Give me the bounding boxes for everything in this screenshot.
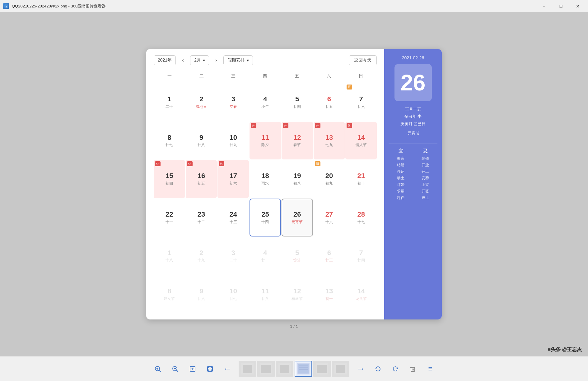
cal-cell-8[interactable]: 9廿八 xyxy=(186,122,217,160)
day-number: 6 xyxy=(327,95,331,103)
cal-cell-23[interactable]: 24十三 xyxy=(217,199,249,236)
cal-cell-16[interactable]: 休17初六 xyxy=(217,160,249,198)
thumb-6[interactable] xyxy=(332,361,349,377)
thumb-2[interactable] xyxy=(257,361,275,377)
cal-cell-10[interactable]: 休11除夕 xyxy=(250,122,281,160)
cal-cell-2[interactable]: 3立春 xyxy=(217,83,249,121)
cal-cell-0[interactable]: 1二十 xyxy=(154,83,185,121)
zoom-in-button[interactable] xyxy=(152,363,164,375)
cal-cell-4[interactable]: 5廿四 xyxy=(282,83,313,121)
minimize-button[interactable]: － xyxy=(537,2,551,11)
delete-button[interactable] xyxy=(407,363,419,375)
yi-item: 赴任 xyxy=(397,195,404,200)
menu-button[interactable]: ≡ xyxy=(424,363,436,375)
cal-cell-6[interactable]: 班7廿六 xyxy=(345,83,377,121)
close-button[interactable]: ✕ xyxy=(571,2,585,11)
thumb-5[interactable] xyxy=(313,361,331,377)
day-number: 24 xyxy=(230,210,237,218)
cal-cell-41[interactable]: 14龙头节 xyxy=(345,275,377,313)
cal-cell-3[interactable]: 4小年 xyxy=(250,83,281,121)
yi-item: 求嗣 xyxy=(397,189,404,194)
cal-cell-15[interactable]: 休16初五 xyxy=(186,160,217,198)
holiday-dropdown[interactable]: 假期安排 ▾ xyxy=(223,55,253,65)
rotate-right-button[interactable] xyxy=(389,363,402,375)
cal-cell-37[interactable]: 10廿七 xyxy=(217,275,249,313)
fullscreen-button[interactable] xyxy=(204,363,216,375)
maximize-button[interactable]: □ xyxy=(554,2,568,11)
cal-cell-12[interactable]: 休13七九 xyxy=(314,122,345,160)
day-sub-text: 小年 xyxy=(261,104,269,109)
cal-cell-38[interactable]: 11廿八 xyxy=(250,275,281,313)
cal-cell-17[interactable]: 18雨水 xyxy=(250,160,281,198)
cal-cell-18[interactable]: 19初八 xyxy=(282,160,313,198)
badge-xiu: 休 xyxy=(219,161,224,166)
weekday-sun: 日 xyxy=(345,71,377,81)
ji-items-list: 装修开业开工安葬上梁开张破土 xyxy=(413,156,438,200)
cal-cell-21[interactable]: 22十一 xyxy=(154,199,185,236)
svg-rect-14 xyxy=(243,365,252,373)
badge-xiu: 休 xyxy=(155,161,161,166)
thumb-1[interactable] xyxy=(239,361,256,377)
cal-cell-20[interactable]: 21初十 xyxy=(345,160,377,198)
cal-cell-30[interactable]: 3二十 xyxy=(217,237,249,275)
weekday-mon: 一 xyxy=(154,71,185,81)
day-number: 4 xyxy=(263,95,267,103)
zoom-out-button[interactable] xyxy=(169,363,181,375)
cal-cell-22[interactable]: 23十二 xyxy=(186,199,217,236)
return-today-button[interactable]: 返回今天 xyxy=(349,55,377,65)
year-dropdown[interactable]: 2021年 xyxy=(154,55,176,65)
cal-cell-33[interactable]: 6廿三 xyxy=(314,237,345,275)
thumb-4-active[interactable] xyxy=(295,361,312,377)
day-number: 15 xyxy=(166,172,173,180)
fit-window-button[interactable] xyxy=(186,363,199,375)
cal-cell-13[interactable]: 休14情人节 xyxy=(345,122,377,160)
cal-cell-5[interactable]: 6廿五 xyxy=(314,83,345,121)
rotate-left-button[interactable] xyxy=(372,363,384,375)
next-image-button[interactable]: → xyxy=(354,363,367,375)
cal-cell-26[interactable]: 27十六 xyxy=(314,199,345,236)
cal-cell-9[interactable]: 10廿九 xyxy=(217,122,249,160)
cal-cell-14[interactable]: 休15初四 xyxy=(154,160,185,198)
lunar-line1: 正月十五 xyxy=(400,106,426,113)
cal-cell-25[interactable]: 26元宵节 xyxy=(282,199,313,236)
holiday-label: 假期安排 xyxy=(227,57,245,63)
cal-cell-29[interactable]: 2十九 xyxy=(186,237,217,275)
day-sub-text: 元宵节 xyxy=(292,219,303,225)
cal-cell-40[interactable]: 13初一 xyxy=(314,275,345,313)
cal-cell-24[interactable]: 25十四 xyxy=(250,199,281,236)
cal-cell-19[interactable]: 班20初九 xyxy=(314,160,345,198)
cal-cell-28[interactable]: 1十八 xyxy=(154,237,185,275)
cal-cell-7[interactable]: 8廿七 xyxy=(154,122,185,160)
day-sub-text: 惊蛰 xyxy=(293,258,301,263)
day-sub-text: 初四 xyxy=(166,181,173,186)
next-month-button[interactable]: › xyxy=(212,56,221,65)
cal-cell-34[interactable]: 7廿四 xyxy=(345,237,377,275)
yi-item: 搬家 xyxy=(397,156,404,161)
cal-cell-39[interactable]: 12植树节 xyxy=(282,275,313,313)
day-sub-text: 初九 xyxy=(325,181,333,186)
svg-line-8 xyxy=(176,370,178,372)
month-dropdown[interactable]: 2月 ▾ xyxy=(190,55,209,65)
day-sub-text: 廿八 xyxy=(198,142,205,148)
badge-xiu: 休 xyxy=(283,123,288,128)
cal-cell-11[interactable]: 休12春节 xyxy=(282,122,313,160)
prev-month-button[interactable]: ‹ xyxy=(178,56,188,65)
day-sub-text: 廿七 xyxy=(166,142,173,148)
cal-cell-31[interactable]: 4廿一 xyxy=(250,237,281,275)
cal-cell-32[interactable]: 5惊蛰 xyxy=(282,237,313,275)
cal-cell-35[interactable]: 8妇女节 xyxy=(154,275,185,313)
cal-cell-27[interactable]: 28十七 xyxy=(345,199,377,236)
badge-xiu: 休 xyxy=(315,123,320,128)
cal-cell-36[interactable]: 9廿六 xyxy=(186,275,217,313)
app-window: 3 QQ20210225-202420@2x.png - 360压缩图片查看器 … xyxy=(0,0,588,381)
cal-cell-1[interactable]: 2湿地日 xyxy=(186,83,217,121)
calendar-left: 2021年 ‹ 2月 ▾ › 假期安排 ▾ 返回今天 一 二 xyxy=(146,49,384,319)
weekday-headers: 一 二 三 四 五 六 日 xyxy=(154,71,377,81)
day-sub-text: 廿四 xyxy=(293,104,301,109)
prev-image-button[interactable]: ← xyxy=(221,363,234,375)
day-sub-text: 湿地日 xyxy=(196,104,207,109)
thumb-3[interactable] xyxy=(276,361,293,377)
day-number: 12 xyxy=(293,287,301,295)
day-number: 14 xyxy=(357,287,365,295)
day-sub-text: 十六 xyxy=(325,219,333,225)
